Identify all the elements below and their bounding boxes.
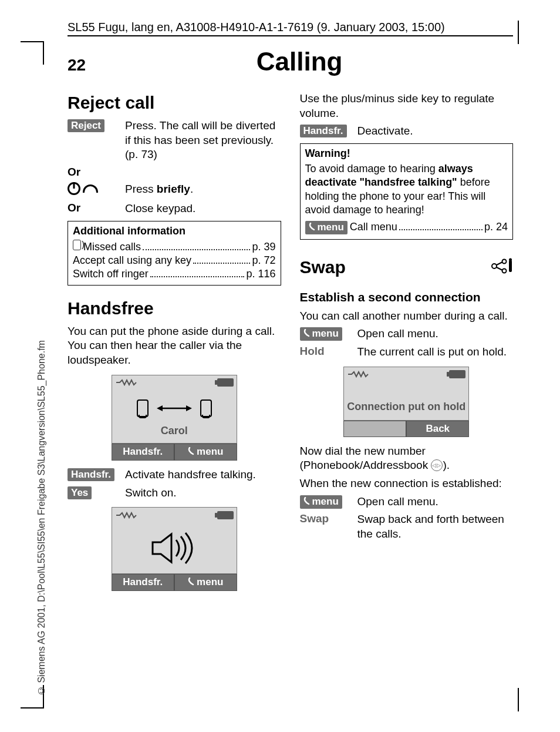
swap-label: Swap <box>300 512 357 525</box>
loudspeaker-icon <box>148 555 201 567</box>
page-number: 22 <box>68 56 86 75</box>
establish-subheading: Establish a second connection <box>300 290 514 304</box>
warning-title: Warning! <box>305 147 508 160</box>
reject-text: Press. The call will be diverted if this… <box>125 119 281 162</box>
hold-label: Hold <box>300 345 357 358</box>
document-header: SL55 Fugu, lang en, A31008-H4910-A1-1-76… <box>68 21 513 36</box>
hold-screen-text: Connection put on hold <box>344 401 468 413</box>
dial-new-number-text: Now dial the new number (Phonebook/Addre… <box>300 444 514 473</box>
or-label-2: Or <box>68 202 125 214</box>
signal-icon <box>115 378 139 387</box>
phone-screen-hold: Connection put on hold . Back <box>343 367 469 437</box>
svg-line-5 <box>497 262 502 265</box>
copyright-vertical: © Siemens AG 2001, D:\Pool\L55\SI55\en F… <box>36 243 46 696</box>
softkey-left-empty: . <box>343 421 406 437</box>
battery-icon <box>217 378 234 387</box>
handsfr-softkey-2: Handsfr. <box>300 125 347 137</box>
phone-screen-carol: Carol Handsfr. menu <box>112 375 237 461</box>
svg-point-7 <box>502 260 507 264</box>
switch-on-text: Switch on. <box>125 486 281 501</box>
establish-intro: You can call another number during a cal… <box>300 309 514 324</box>
menu-softkey-1: menu <box>300 327 342 341</box>
menu-softkey-2: menu <box>300 495 342 509</box>
svg-marker-1 <box>157 405 163 411</box>
handsfree-heading: Handsfree <box>68 298 281 318</box>
power-key-icon <box>68 182 98 195</box>
volume-text: Use the plus/minus side key to regulate … <box>300 92 514 120</box>
activate-handsfree-text: Activate handsfree talking. <box>125 468 281 482</box>
softkey-left-handsfr-2: Handsfr. <box>112 574 174 591</box>
svg-point-4 <box>492 264 497 268</box>
warning-box: Warning! To avoid damage to hearing alwa… <box>300 143 514 240</box>
missed-calls-icon <box>73 240 81 250</box>
info-row-switch-off-ringer: Switch off ringer p. 116 <box>73 268 276 280</box>
swap-text: Swap back and forth between the calls. <box>357 512 514 541</box>
press-briefly-text: Press briefly. <box>125 182 281 197</box>
right-column: Use the plus/minus side key to regulate … <box>300 88 514 598</box>
info-row-accept-any-key: Accept call using any key p. 72 <box>73 254 276 267</box>
when-established-text: When the new connection is established: <box>300 476 514 491</box>
softkey-right-menu-2: menu <box>174 574 237 591</box>
svg-marker-2 <box>186 405 192 411</box>
signal-icon <box>115 511 139 520</box>
nav-key-icon <box>431 459 443 471</box>
page-title: Calling <box>86 47 513 76</box>
signal-icon <box>347 370 370 379</box>
svg-point-10 <box>509 258 512 261</box>
reject-softkey: Reject <box>68 119 104 132</box>
info-row-missed-calls: Missed calls p. 39 <box>73 240 276 253</box>
yes-softkey: Yes <box>68 486 92 499</box>
battery-icon <box>217 511 234 519</box>
svg-marker-3 <box>153 534 171 562</box>
call-menu-softkey: menu <box>305 221 348 234</box>
softkey-right-menu: menu <box>174 444 237 461</box>
handsfr-softkey: Handsfr. <box>68 468 114 481</box>
phone-screen-speaker: Handsfr. menu <box>112 507 237 591</box>
hold-text: The current call is put on hold. <box>357 345 514 360</box>
deactivate-text: Deactivate. <box>357 124 514 139</box>
softkey-left-handsfr: Handsfr. <box>112 444 174 461</box>
svg-point-8 <box>502 269 507 273</box>
additional-info-title: Additional information <box>73 225 276 237</box>
svg-rect-9 <box>509 260 512 272</box>
close-keypad-text: Close keypad. <box>125 202 281 216</box>
svg-line-6 <box>497 267 502 270</box>
swap-heading: Swap <box>300 257 346 277</box>
swap-badge-icon <box>490 258 513 277</box>
additional-info-box: Additional information Missed calls p. 3… <box>68 221 281 286</box>
warning-menu-row: menu Call menu p. 24 <box>305 221 508 234</box>
or-label-1: Or <box>68 166 125 179</box>
warning-text: To avoid damage to hearing always deacti… <box>305 162 508 217</box>
open-call-menu-text-2: Open call menu. <box>357 495 514 509</box>
reject-call-heading: Reject call <box>68 93 281 113</box>
left-column: Reject call Reject Press. The call will … <box>68 88 281 598</box>
phone-icon-left <box>137 399 149 417</box>
softkey-right-back: Back <box>406 421 469 437</box>
double-arrow-icon <box>157 404 192 412</box>
battery-icon <box>449 370 465 378</box>
open-call-menu-text: Open call menu. <box>357 327 514 341</box>
caller-name: Carol <box>112 425 237 437</box>
handsfree-intro: You can put the phone aside during a cal… <box>68 324 281 368</box>
phone-icon-right <box>200 399 212 417</box>
